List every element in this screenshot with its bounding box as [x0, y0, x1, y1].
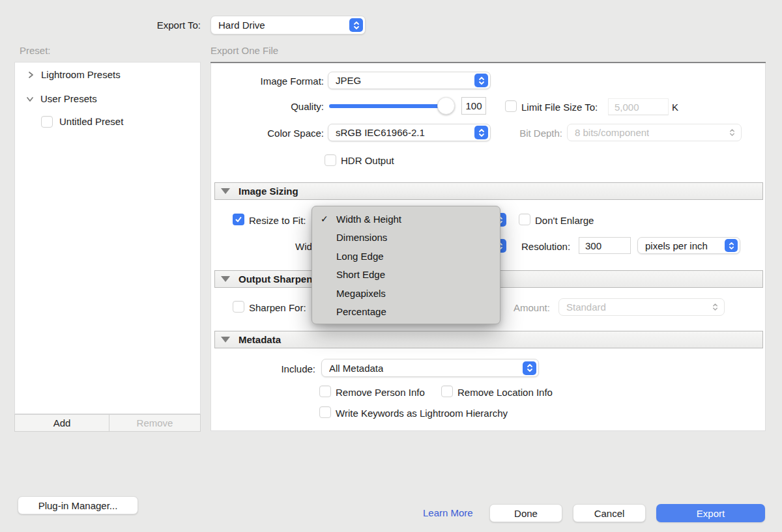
stepper-icon: [474, 126, 488, 139]
export-dialog: Export To: Hard Drive Preset: Export One…: [0, 0, 782, 532]
quality-label: Quality:: [254, 101, 324, 113]
image-format-select[interactable]: JPEG: [328, 72, 491, 89]
preset-panel: Lightroom Presets User Presets Untitled …: [14, 62, 201, 414]
menu-item-label: Long Edge: [336, 251, 384, 262]
stepper-icon: [708, 300, 722, 314]
metadata-header[interactable]: Metadata: [214, 331, 763, 348]
sharpen-for-checkbox[interactable]: [233, 301, 244, 313]
limit-file-size-unit: K: [672, 102, 678, 113]
amount-value: Standard: [566, 301, 606, 313]
quality-slider-knob[interactable]: [437, 97, 455, 115]
remove-preset-label: Remove: [137, 417, 173, 428]
export-to-label: Export To:: [117, 20, 201, 31]
hdr-output-checkbox[interactable]: [325, 154, 336, 166]
remove-preset-button[interactable]: Remove: [109, 414, 201, 432]
export-button[interactable]: Export: [656, 504, 765, 522]
export-to-select[interactable]: Hard Drive: [210, 16, 366, 35]
menu-item-megapixels[interactable]: Megapixels: [312, 284, 500, 303]
menu-item-percentage[interactable]: Percentage: [312, 303, 500, 322]
export-one-file-label: Export One File: [210, 45, 278, 57]
dont-enlarge-label: Don't Enlarge: [535, 215, 594, 227]
bit-depth-label: Bit Depth:: [502, 128, 562, 139]
write-keywords-checkbox[interactable]: [319, 406, 331, 418]
write-keywords-label: Write Keywords as Lightroom Hierarchy: [336, 408, 508, 419]
cancel-label: Cancel: [594, 508, 625, 519]
preset-item-untitled[interactable]: Untitled Preset: [41, 115, 123, 128]
resolution-value: 300: [585, 240, 601, 251]
resize-to-fit-label: Resize to Fit:: [249, 215, 306, 227]
hdr-output-label: HDR Output: [341, 155, 394, 167]
quality-value: 100: [465, 100, 482, 111]
menu-item-short-edge[interactable]: Short Edge: [312, 266, 500, 285]
plugin-manager-label: Plug-in Manager...: [38, 500, 118, 511]
dont-enlarge-checkbox[interactable]: [519, 214, 530, 225]
done-button[interactable]: Done: [489, 504, 562, 522]
include-value: All Metadata: [329, 363, 383, 374]
menu-item-label: Dimensions: [336, 232, 387, 243]
cancel-button[interactable]: Cancel: [573, 504, 646, 522]
plugin-manager-button[interactable]: Plug-in Manager...: [18, 496, 138, 514]
image-sizing-title: Image Sizing: [239, 186, 298, 197]
limit-file-size-label: Limit File Size To:: [521, 102, 598, 113]
menu-item-label: Percentage: [336, 306, 386, 317]
menu-item-dimensions[interactable]: Dimensions: [312, 229, 500, 247]
preset-group-lightroom[interactable]: Lightroom Presets: [27, 68, 121, 81]
color-space-select[interactable]: sRGB IEC61966-2.1: [328, 124, 491, 141]
quality-slider[interactable]: [329, 104, 454, 108]
disclosure-triangle-icon: [221, 276, 230, 282]
chevron-right-icon: [27, 70, 35, 79]
resolution-unit-value: pixels per inch: [645, 240, 708, 251]
remove-person-checkbox[interactable]: [319, 385, 331, 397]
export-to-value: Hard Drive: [218, 20, 265, 31]
resize-to-fit-checkbox[interactable]: [233, 214, 244, 225]
menu-item-label: Width & Height: [336, 214, 401, 225]
learn-more-link[interactable]: Learn More: [423, 507, 473, 519]
resolution-unit-select[interactable]: pixels per inch: [637, 237, 740, 254]
menu-item-label: Megapixels: [336, 288, 386, 299]
resize-mode-menu: ✓ Width & Height Dimensions Long Edge Sh…: [311, 206, 500, 324]
include-select[interactable]: All Metadata: [321, 359, 539, 377]
stepper-icon: [474, 74, 488, 87]
color-space-label: Color Space:: [228, 128, 324, 139]
menu-item-label: Short Edge: [336, 269, 385, 280]
remove-person-label: Remove Person Info: [336, 387, 425, 399]
export-label: Export: [697, 508, 725, 519]
add-preset-label: Add: [53, 417, 71, 428]
remove-location-checkbox[interactable]: [441, 385, 453, 397]
bit-depth-value: 8 bits/component: [575, 127, 649, 138]
image-format-value: JPEG: [336, 75, 361, 86]
bit-depth-select: 8 bits/component: [567, 124, 742, 141]
preset-group-label: Lightroom Presets: [41, 69, 121, 81]
include-label: Include:: [274, 363, 315, 375]
limit-file-size-checkbox[interactable]: [505, 100, 517, 112]
amount-label: Amount:: [514, 302, 550, 314]
preset-group-label: User Presets: [40, 93, 97, 105]
color-space-value: sRGB IEC61966-2.1: [336, 127, 425, 138]
add-preset-button[interactable]: Add: [14, 414, 109, 432]
resolution-field[interactable]: 300: [579, 237, 631, 254]
checkmark-icon: ✓: [321, 214, 336, 224]
preset-label: Preset:: [20, 45, 51, 57]
menu-item-long-edge[interactable]: Long Edge: [312, 247, 500, 266]
stepper-icon: [523, 361, 536, 375]
chevron-down-icon: [25, 94, 35, 104]
limit-file-size-value: 5,000: [615, 102, 639, 113]
image-sizing-header[interactable]: Image Sizing: [214, 182, 763, 200]
metadata-title: Metadata: [239, 334, 281, 345]
preset-item-label: Untitled Preset: [59, 116, 123, 128]
menu-item-width-height[interactable]: ✓ Width & Height: [312, 210, 500, 229]
stepper-icon: [349, 18, 363, 32]
quality-value-field[interactable]: 100: [461, 97, 486, 115]
preset-checkbox[interactable]: [41, 116, 53, 128]
limit-file-size-field[interactable]: 5,000: [608, 98, 669, 115]
amount-select: Standard: [558, 298, 725, 316]
disclosure-triangle-icon: [221, 337, 230, 343]
stepper-icon: [725, 126, 739, 139]
resolution-label: Resolution:: [521, 241, 570, 253]
preset-group-user[interactable]: User Presets: [25, 92, 97, 105]
panel-top-divider: [210, 62, 766, 63]
image-format-label: Image Format:: [228, 76, 324, 87]
stepper-icon: [725, 239, 738, 252]
disclosure-triangle-icon: [221, 188, 230, 194]
sharpen-for-label: Sharpen For:: [249, 302, 306, 314]
